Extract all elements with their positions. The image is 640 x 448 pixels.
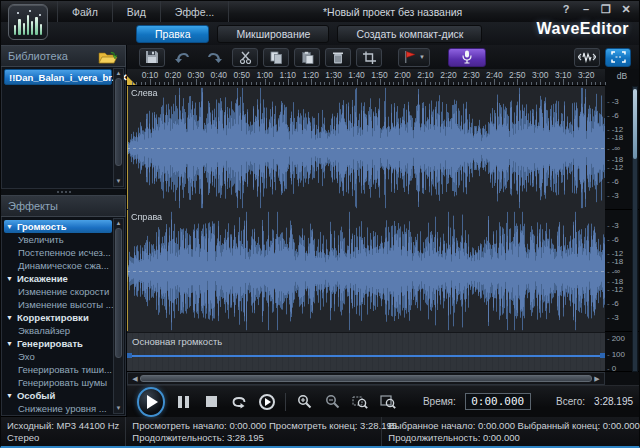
db-tick-label: --12 [607, 162, 623, 171]
collapse-triangle-icon[interactable]: ▼ [6, 392, 13, 399]
db-tick-label: --∞ [607, 267, 620, 276]
collapse-triangle-icon[interactable]: ▼ [6, 223, 13, 230]
scroll-up-icon[interactable]: ▲ [116, 219, 122, 228]
scroll-down-icon[interactable]: ▼ [116, 404, 122, 413]
effect-item[interactable]: Снижение уровня ... [4, 402, 112, 415]
trim-button[interactable] [356, 48, 382, 67]
menu-view[interactable]: Вид [113, 1, 161, 22]
timeline-ruler[interactable]: 0:100:200:300:400:501:001:101:201:301:40… [127, 69, 605, 86]
effect-item[interactable]: ▼Громкость [4, 220, 112, 233]
play-button[interactable] [137, 387, 165, 417]
effects-title: Эффекты [8, 200, 58, 212]
waveform-left-channel[interactable]: Слева [127, 86, 605, 210]
ruler-time-label: 2:00 [394, 70, 411, 80]
time-field[interactable]: 0:00.000 [465, 393, 531, 410]
volume-tick-label: -200 [607, 334, 625, 343]
effect-item[interactable]: ▼Особый [4, 389, 112, 402]
zoom-all-button[interactable] [379, 392, 398, 412]
tab-create-cd[interactable]: Создать компакт-диск [337, 25, 482, 43]
close-button[interactable]: ✕ [619, 3, 633, 16]
collapse-triangle-icon[interactable]: ▼ [6, 314, 13, 321]
horizontal-scrollbar[interactable]: ◀ ▶ [127, 372, 605, 385]
selection-tool-button[interactable] [605, 48, 631, 67]
scroll-left-icon[interactable]: ◀ [130, 375, 140, 383]
stretch-tool-button[interactable] [574, 48, 600, 67]
open-folder-icon[interactable] [98, 50, 118, 63]
effect-item[interactable]: Увеличить [4, 233, 112, 246]
maximize-button[interactable]: ❐ [599, 3, 613, 16]
menu-file[interactable]: Файл [57, 1, 113, 22]
volume-envelope-line[interactable] [129, 355, 603, 357]
effect-item[interactable]: Реверс [4, 415, 112, 416]
effect-label: Корректировки [17, 312, 89, 323]
ruler-time-label: 0:50 [234, 70, 251, 80]
collapse-triangle-icon[interactable]: ▼ [6, 275, 13, 282]
library-list: !!Dan_Balan_i_vera_br... ✕ ▲ ▼ [1, 67, 126, 189]
delete-button[interactable] [325, 48, 351, 67]
effect-label: Искажение [17, 273, 68, 284]
library-scrollbar[interactable]: ▲ ▼ [113, 68, 124, 187]
tab-edit[interactable]: Правка [136, 25, 209, 43]
ruler-time-label: 2:40 [486, 70, 503, 80]
effect-item[interactable]: Изменение высоты ... [4, 298, 112, 311]
stop-button[interactable] [202, 392, 221, 412]
tab-mix[interactable]: Микширование [217, 25, 329, 43]
selection-duration: Продолжительность: 0:00.000 [388, 432, 639, 443]
pause-button[interactable] [174, 392, 193, 412]
effect-item[interactable]: ▼Корректировки [4, 311, 112, 324]
ruler-time-label: 2:50 [509, 70, 526, 80]
effect-item[interactable]: ▼Искажение [4, 272, 112, 285]
library-title: Библиотека [8, 50, 68, 62]
scrollbar-thumb[interactable] [633, 89, 637, 159]
total-label: Всего: [556, 396, 585, 407]
redo-button[interactable] [201, 48, 227, 67]
collapse-triangle-icon[interactable]: ▼ [6, 340, 13, 347]
minimize-button[interactable]: – [579, 3, 593, 16]
window-title: *Новый проект без названия [323, 6, 462, 18]
scroll-right-icon[interactable]: ▶ [592, 375, 602, 383]
play-selection-button[interactable] [258, 392, 277, 412]
library-item[interactable]: !!Dan_Balan_i_vera_br... ✕ [4, 69, 112, 85]
app-logo-icon [8, 4, 48, 40]
ruler-time-label: 1:00 [256, 70, 273, 80]
effect-item[interactable]: Эквалайзер [4, 324, 112, 337]
effect-item[interactable]: Эхо [4, 350, 112, 363]
waveform-right-channel[interactable]: Справа [127, 210, 605, 332]
paste-button[interactable] [294, 48, 320, 67]
scrollbar-thumb[interactable] [140, 375, 592, 382]
effect-label: Особый [17, 390, 55, 401]
effect-item[interactable]: ▼Генерировать [4, 337, 112, 350]
help-button[interactable]: ? [559, 3, 573, 16]
db-tick-label: --∞ [607, 144, 620, 153]
ruler-time-label: 0:20 [165, 70, 182, 80]
zoom-out-button[interactable] [323, 392, 342, 412]
dropdown-arrow-icon[interactable]: ▼ [419, 54, 425, 60]
loop-button[interactable] [230, 392, 249, 412]
effect-label: Генерировать тиши... [18, 364, 112, 375]
cut-button[interactable] [232, 48, 258, 67]
zoom-selection-button[interactable] [351, 392, 370, 412]
save-button[interactable] [139, 48, 165, 67]
effect-item[interactable]: Динамическое сжа... [4, 259, 112, 272]
copy-button[interactable] [263, 48, 289, 67]
undo-button[interactable] [170, 48, 196, 67]
scroll-up-icon[interactable]: ▲ [116, 69, 122, 78]
scroll-down-icon[interactable]: ▼ [116, 177, 122, 186]
vertical-scrollbar[interactable] [632, 86, 638, 372]
effect-item[interactable]: Изменение скорости [4, 285, 112, 298]
total-value: 3:28.195 [594, 396, 633, 407]
zoom-in-button[interactable] [295, 392, 314, 412]
master-volume-envelope[interactable]: Основная громкость [127, 332, 605, 372]
ruler-time-label: 1:10 [279, 70, 296, 80]
effect-item[interactable]: Генерировать шумы [4, 376, 112, 389]
effect-item[interactable]: Генерировать тиши... [4, 363, 112, 376]
library-header: Библиотека [1, 45, 126, 67]
effect-item[interactable]: Постепенное исчез... [4, 246, 112, 259]
db-tick-label: --18 [607, 277, 623, 286]
effects-scrollbar[interactable]: ▲ ▼ [113, 218, 124, 414]
record-mic-button[interactable] [448, 48, 486, 67]
menu-effects[interactable]: Эффе... [161, 1, 229, 22]
ruler-time-label: 1:40 [348, 70, 365, 80]
master-volume-label: Основная громкость [132, 336, 222, 347]
marker-flag-button[interactable]: ▼ [398, 48, 430, 67]
